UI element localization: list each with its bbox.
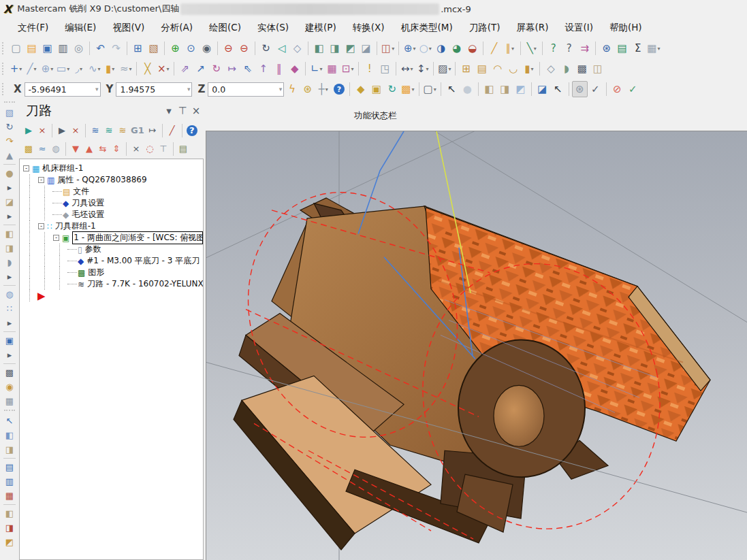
menu-item-5[interactable]: 绘图(C) <box>201 18 249 37</box>
gview-named-button[interactable]: ⊡▾ <box>340 61 355 77</box>
create-arc-button[interactable]: ⊕▾ <box>39 61 55 77</box>
edit-toolpath-button[interactable]: ╱ <box>165 123 179 138</box>
rotate-gview-button[interactable]: ↻ <box>384 81 400 97</box>
summary-sigma-button[interactable]: Σ <box>630 40 646 56</box>
point-style-button[interactable]: ⊛ <box>300 81 315 97</box>
flyout-arrow-5-button[interactable]: ▸ <box>1 348 18 362</box>
curve-arrow-button[interactable]: ↷ <box>1 134 18 148</box>
dim-horizontal-button[interactable]: ↔▾ <box>399 61 415 77</box>
menu-item-7[interactable]: 建模(P) <box>297 18 345 37</box>
tree-item-12[interactable]: ▶ <box>22 290 203 301</box>
solid-extrude-button[interactable]: ◫ <box>590 61 605 77</box>
menu-item-9[interactable]: 机床类型(M) <box>393 18 461 37</box>
repaint-button[interactable]: ▧ <box>146 40 161 56</box>
attributes-pencil-button[interactable]: ╱ <box>486 40 502 56</box>
flyout-arrow-2-button[interactable]: ▸ <box>1 209 18 223</box>
xform-rotate-button[interactable]: ↻ <box>208 61 224 77</box>
toggle-toolpath-display-button[interactable]: ≈ <box>35 142 49 157</box>
solid-wireframe-button[interactable]: ▩ <box>574 61 590 77</box>
zoom-region-strip-button[interactable]: ◉ <box>1 380 18 394</box>
display-tool-button[interactable]: ⊤ <box>157 142 170 157</box>
xform-dynamic-button[interactable]: ⇗ <box>177 61 193 77</box>
move-insert-arrow-button[interactable]: ⇆ <box>96 142 110 157</box>
shade-off-button[interactable]: ◒ <box>464 40 480 56</box>
books-edit-button[interactable]: ▤ <box>1 460 18 474</box>
delete-operation-button[interactable]: × <box>69 123 82 138</box>
panel-close-button[interactable]: × <box>189 105 203 117</box>
z-coordinate-input[interactable] <box>208 82 284 97</box>
tree-item-5[interactable]: ◆毛坯设置 <box>22 209 203 220</box>
analyze-entity-button[interactable]: ? <box>545 40 561 56</box>
surface-trim-strip-button[interactable]: ◪ <box>1 195 18 209</box>
panel-pin-button[interactable]: ⊤ <box>176 105 189 117</box>
solids-history-button[interactable]: ◪ <box>535 81 550 97</box>
surface-revolved-button[interactable]: ◠ <box>490 61 505 77</box>
menu-item-13[interactable]: 帮助(H) <box>601 18 650 37</box>
extrude-raise-button[interactable]: ◍ <box>1 287 18 301</box>
tree-item-9[interactable]: ◆#1 - M3.00 平底刀 - 3 平底刀 <box>22 255 203 267</box>
gview-top-button[interactable]: ◧ <box>311 40 327 56</box>
flyout-arrow-4-button[interactable]: ▸ <box>1 316 18 330</box>
create-spline-button[interactable]: ∿▾ <box>86 61 102 77</box>
select-cursor-button[interactable]: ↖ <box>444 81 460 97</box>
surface-ruled-button[interactable]: ▤ <box>474 61 490 77</box>
select-last-button[interactable]: ◆ <box>353 81 368 97</box>
select-edge-button[interactable]: ◩ <box>513 81 528 97</box>
tree-item-1[interactable]: -▦机床群组-1 <box>22 163 203 174</box>
quickmask-window-button[interactable]: ▢▾ <box>422 81 438 97</box>
ok-accept-button[interactable]: ✓ <box>625 81 641 97</box>
quickmask-color-button[interactable]: ▩▾ <box>400 81 415 97</box>
scroll-insert-button[interactable]: ⇕ <box>110 142 123 157</box>
books-solid-button[interactable]: ▥ <box>1 474 18 489</box>
fast-point-button[interactable]: ϟ <box>284 81 300 97</box>
box-red-button[interactable]: ◨ <box>1 521 18 535</box>
zoom-out-80-button[interactable]: ⊖ <box>236 40 252 56</box>
tool-pyramid-button[interactable]: ▲ <box>1 148 18 163</box>
xform-mirror-button[interactable]: ◆ <box>287 61 302 77</box>
dim-vertical-button[interactable]: ↕▾ <box>415 61 430 77</box>
flyout-arrow-3-button[interactable]: ▸ <box>1 269 18 284</box>
tree-item-4[interactable]: ◆刀具设置 <box>22 197 203 209</box>
analyze-chain-button[interactable]: ⇉ <box>577 40 592 56</box>
run-addin-button[interactable]: ⊛ <box>599 40 614 56</box>
axes-origin-button[interactable]: ┼▾ <box>315 81 331 97</box>
interrupt-button[interactable]: ⊘ <box>609 81 625 97</box>
y-coordinate-input[interactable] <box>116 82 192 97</box>
y-dropdown-arrow-icon[interactable]: ▾ <box>187 86 191 93</box>
cplane-button[interactable]: ∟▾ <box>308 61 324 77</box>
solid-box-b-button[interactable]: ◨ <box>1 241 18 255</box>
ghost-operations-button[interactable]: ◍ <box>49 142 63 157</box>
panel-menu-button[interactable]: ▾ <box>162 105 176 117</box>
tree-expander[interactable]: - <box>23 165 29 171</box>
analyze-distance-button[interactable]: ? <box>561 40 577 56</box>
unselect-all-operations-button[interactable]: × <box>35 123 49 138</box>
solid-fillet-button[interactable]: ◗ <box>558 61 574 77</box>
menu-item-4[interactable]: 分析(A) <box>153 18 201 37</box>
leader-note-button[interactable]: ◳ <box>377 61 393 77</box>
post-process-button[interactable]: ↦ <box>146 123 159 138</box>
fit-screen-button[interactable]: ⊞ <box>130 40 146 56</box>
x-coordinate-input[interactable] <box>25 82 101 97</box>
cursor-panel-button[interactable]: ↖ <box>1 414 18 428</box>
menu-item-1[interactable]: 文件(F) <box>10 18 57 37</box>
select-verify-button[interactable]: ↖ <box>550 81 566 97</box>
regen-all-button[interactable]: ≋ <box>116 123 129 138</box>
box-pin-button[interactable]: ◨ <box>1 442 18 457</box>
tree-item-10[interactable]: ▩图形 <box>22 267 203 278</box>
select-window-button[interactable]: ▣ <box>368 81 384 97</box>
menu-item-11[interactable]: 屏幕(R) <box>508 18 556 37</box>
x-dropdown-arrow-icon[interactable]: ▾ <box>95 86 99 93</box>
menu-item-10[interactable]: 刀路(T) <box>461 18 509 37</box>
level-paste-button[interactable]: ▧ <box>1 105 18 120</box>
display-boundary-button[interactable]: ◌ <box>143 142 157 157</box>
viewsheet-button[interactable]: ◇ <box>289 40 305 56</box>
surface-net-button[interactable]: ⊞ <box>458 61 474 77</box>
grid-panel-button[interactable]: ▦ <box>1 394 18 408</box>
menu-item-8[interactable]: 转换(X) <box>345 18 393 37</box>
solid-box-a-button[interactable]: ◧ <box>1 227 18 241</box>
print-button[interactable]: ▥ <box>55 40 71 56</box>
create-rectangle-button[interactable]: ▭▾ <box>55 61 71 77</box>
tree-item-3[interactable]: ▤文件 <box>22 186 203 197</box>
tree-item-2[interactable]: -▥属性 - QQ2678038869 <box>22 174 203 186</box>
box-gold-button[interactable]: ◩ <box>1 535 18 549</box>
